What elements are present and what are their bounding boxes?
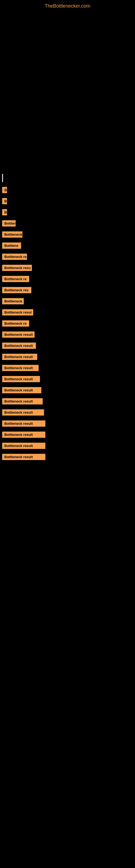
bottleneck-result-label: Bottleneck res	[2, 287, 31, 293]
bottleneck-result-label: Bottleneck result	[2, 432, 45, 438]
list-item: B	[2, 209, 133, 215]
list-item: Bottleneck result	[2, 443, 133, 449]
list-item: Bottleneck re	[2, 276, 133, 282]
list-item: Bottlen	[2, 220, 133, 226]
list-item: Bottleneck re	[2, 320, 133, 327]
list-item: Bottleneck result	[2, 332, 133, 338]
bottleneck-result-label: Bottleneck result	[2, 343, 36, 349]
bottleneck-result-label: Bottleneck	[2, 298, 24, 304]
list-item: Bottleneck result	[2, 376, 133, 382]
items-list: BBBBottlenBottleneckBottleneBottleneck r…	[0, 174, 135, 460]
list-item: Bottleneck result	[2, 365, 133, 371]
site-title-container: TheBottlenecker.com	[0, 0, 135, 11]
bottleneck-result-label: Bottleneck	[2, 231, 22, 238]
border-indicator	[2, 174, 133, 182]
list-item: Bottleneck result	[2, 343, 133, 349]
bottleneck-result-label: Bottleneck result	[2, 409, 44, 415]
bottleneck-result-label: Bottleneck result	[2, 354, 37, 360]
list-item: Bottleneck result	[2, 354, 133, 360]
bottleneck-result-label: Bottleneck result	[2, 421, 45, 427]
list-item: Bottleneck result	[2, 398, 133, 404]
bottleneck-result-label: Bottleneck result	[2, 376, 40, 382]
list-item: Bottleneck resul	[2, 309, 133, 315]
bottleneck-result-label: Bottleneck re	[2, 276, 29, 282]
bottleneck-result-label: B	[2, 209, 7, 215]
bottleneck-result-label: Bottleneck re	[2, 254, 27, 260]
list-item: Bottleneck resu	[2, 265, 133, 271]
site-title: TheBottlenecker.com	[0, 0, 135, 11]
bottleneck-result-label: B	[2, 187, 7, 193]
list-item: Bottleneck result	[2, 387, 133, 393]
bottleneck-result-label: Bottleneck resul	[2, 309, 33, 315]
bottleneck-result-label: Bottleneck result	[2, 365, 39, 371]
bottleneck-result-label: Bottlen	[2, 220, 16, 226]
bottleneck-result-label: Bottleneck result	[2, 332, 35, 338]
list-item: Bottleneck result	[2, 409, 133, 415]
list-item: Bottleneck result	[2, 432, 133, 438]
bottleneck-result-label: Bottlene	[2, 243, 21, 249]
bottleneck-result-label: Bottleneck resu	[2, 265, 32, 271]
list-item: B	[2, 187, 133, 193]
bottleneck-result-label: Bottleneck result	[2, 398, 43, 404]
bottleneck-result-label: B	[2, 198, 7, 204]
list-item: Bottleneck result	[2, 454, 133, 460]
list-item: Bottlene	[2, 243, 133, 249]
bottleneck-result-label: Bottleneck re	[2, 320, 29, 327]
bottleneck-result-label: Bottleneck result	[2, 387, 41, 393]
list-item: B	[2, 198, 133, 204]
list-item: Bottleneck	[2, 231, 133, 238]
bottleneck-result-label: Bottleneck result	[2, 454, 45, 460]
list-item: Bottleneck re	[2, 254, 133, 260]
list-item: Bottleneck res	[2, 287, 133, 293]
list-item: Bottleneck	[2, 298, 133, 304]
bottleneck-result-label: Bottleneck result	[2, 443, 45, 449]
list-item: Bottleneck result	[2, 421, 133, 427]
